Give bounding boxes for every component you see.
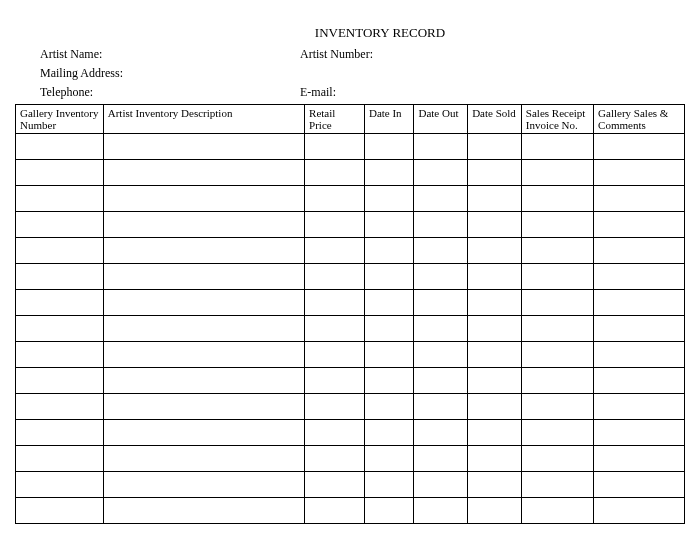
table-cell <box>16 342 104 368</box>
table-cell <box>594 186 685 212</box>
mailing-address-label: Mailing Address: <box>40 66 123 81</box>
table-cell <box>364 290 414 316</box>
table-cell <box>16 212 104 238</box>
table-cell <box>414 186 468 212</box>
telephone-label: Telephone: <box>40 85 300 100</box>
table-cell <box>103 446 304 472</box>
table-cell <box>305 472 365 498</box>
table-cell <box>305 420 365 446</box>
table-cell <box>468 160 522 186</box>
table-row <box>16 472 685 498</box>
table-cell <box>364 212 414 238</box>
table-cell <box>364 446 414 472</box>
table-cell <box>521 342 593 368</box>
table-cell <box>364 160 414 186</box>
table-cell <box>414 342 468 368</box>
table-cell <box>414 446 468 472</box>
table-cell <box>364 134 414 160</box>
table-cell <box>521 498 593 524</box>
table-cell <box>305 498 365 524</box>
table-cell <box>364 420 414 446</box>
table-cell <box>103 134 304 160</box>
table-cell <box>594 498 685 524</box>
table-cell <box>103 238 304 264</box>
col-gallery-sales-comments: Gallery Sales & Comments <box>594 105 685 134</box>
table-cell <box>364 264 414 290</box>
table-cell <box>594 446 685 472</box>
table-cell <box>305 446 365 472</box>
table-cell <box>468 368 522 394</box>
table-cell <box>16 472 104 498</box>
table-cell <box>305 290 365 316</box>
table-cell <box>468 420 522 446</box>
table-cell <box>468 186 522 212</box>
table-cell <box>468 394 522 420</box>
col-date-out: Date Out <box>414 105 468 134</box>
table-cell <box>468 498 522 524</box>
table-cell <box>305 342 365 368</box>
table-cell <box>16 186 104 212</box>
artist-name-label: Artist Name: <box>40 47 300 62</box>
table-cell <box>594 420 685 446</box>
table-cell <box>305 134 365 160</box>
table-cell <box>521 212 593 238</box>
table-cell <box>414 420 468 446</box>
table-cell <box>521 238 593 264</box>
table-cell <box>468 446 522 472</box>
table-cell <box>16 316 104 342</box>
table-cell <box>103 420 304 446</box>
table-row <box>16 264 685 290</box>
table-row <box>16 498 685 524</box>
table-cell <box>414 160 468 186</box>
table-row <box>16 186 685 212</box>
table-cell <box>16 498 104 524</box>
page-title: INVENTORY RECORD <box>75 25 685 41</box>
table-cell <box>521 472 593 498</box>
table-cell <box>468 134 522 160</box>
table-cell <box>468 290 522 316</box>
table-cell <box>521 134 593 160</box>
table-cell <box>594 316 685 342</box>
table-cell <box>594 212 685 238</box>
table-cell <box>305 394 365 420</box>
table-cell <box>594 264 685 290</box>
table-row <box>16 316 685 342</box>
table-row <box>16 290 685 316</box>
table-cell <box>521 160 593 186</box>
col-gallery-inventory-number: Gallery Inventory Number <box>16 105 104 134</box>
col-sales-receipt-invoice: Sales Receipt Invoice No. <box>521 105 593 134</box>
table-cell <box>594 134 685 160</box>
table-cell <box>414 264 468 290</box>
table-cell <box>16 290 104 316</box>
table-cell <box>364 186 414 212</box>
table-cell <box>16 368 104 394</box>
table-cell <box>414 134 468 160</box>
table-cell <box>521 290 593 316</box>
table-cell <box>594 368 685 394</box>
col-artist-inventory-description: Artist Inventory Description <box>103 105 304 134</box>
table-cell <box>521 264 593 290</box>
table-cell <box>103 316 304 342</box>
table-cell <box>364 238 414 264</box>
table-cell <box>16 446 104 472</box>
table-cell <box>594 342 685 368</box>
table-cell <box>103 368 304 394</box>
table-cell <box>305 212 365 238</box>
table-cell <box>414 368 468 394</box>
table-row <box>16 368 685 394</box>
table-cell <box>364 316 414 342</box>
table-cell <box>305 238 365 264</box>
table-cell <box>16 134 104 160</box>
table-cell <box>521 446 593 472</box>
table-cell <box>521 186 593 212</box>
table-cell <box>16 160 104 186</box>
table-row <box>16 238 685 264</box>
table-cell <box>16 238 104 264</box>
email-label: E-mail: <box>300 85 685 100</box>
table-cell <box>521 316 593 342</box>
table-cell <box>414 316 468 342</box>
table-cell <box>521 394 593 420</box>
table-cell <box>103 498 304 524</box>
table-cell <box>305 186 365 212</box>
table-cell <box>364 368 414 394</box>
